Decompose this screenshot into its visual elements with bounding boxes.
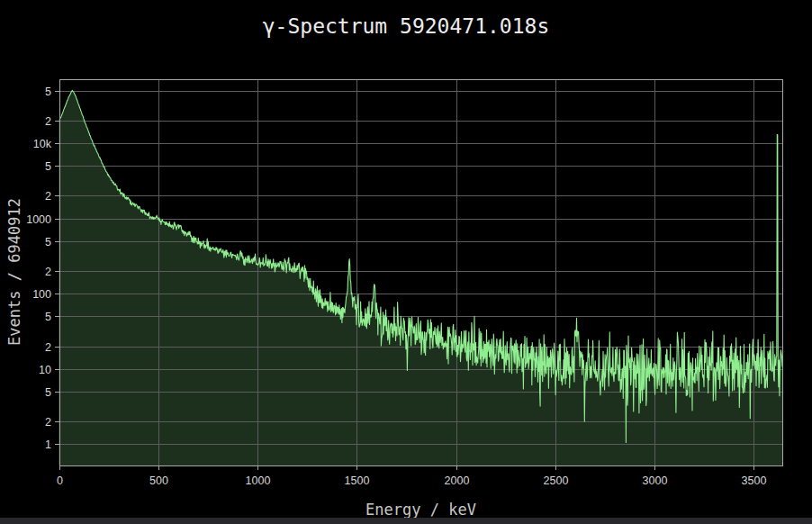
x-tick-label: 3000 bbox=[643, 474, 668, 487]
y-tick-label: 5 bbox=[45, 386, 51, 399]
y-tick-label: 5 bbox=[45, 86, 51, 98]
y-tick-label: 10k bbox=[33, 138, 52, 150]
y-axis-label: Events / 6940912 bbox=[5, 198, 23, 346]
y-tick-label: 2 bbox=[45, 190, 51, 203]
spectrum-fill bbox=[59, 90, 782, 465]
bottom-edge-bar bbox=[0, 518, 812, 524]
y-tick-label: 100 bbox=[32, 288, 51, 301]
x-tick-label: 0 bbox=[57, 474, 63, 487]
x-tick-label: 3500 bbox=[742, 474, 767, 487]
y-tick-label: 10 bbox=[39, 364, 51, 376]
spectrum-plot: 12510251002510002510k2505001000150020002… bbox=[0, 0, 812, 524]
y-tick-label: 1 bbox=[45, 438, 51, 451]
y-tick-label: 2 bbox=[45, 416, 51, 429]
x-tick-label: 2000 bbox=[445, 474, 470, 487]
y-tick-label: 2 bbox=[45, 115, 51, 128]
x-tick-label: 2500 bbox=[544, 474, 569, 487]
y-tick-label: 5 bbox=[45, 236, 51, 248]
y-tick-label: 1000 bbox=[26, 213, 51, 226]
x-axis-label: Energy / keV bbox=[59, 501, 782, 519]
x-tick-label: 500 bbox=[149, 474, 168, 487]
y-tick-label: 2 bbox=[45, 266, 51, 278]
y-tick-label: 5 bbox=[45, 160, 51, 173]
spectrum-window: γ-Spectrum 5920471.018s 1251025100251000… bbox=[0, 0, 812, 524]
x-tick-label: 1000 bbox=[246, 474, 271, 487]
x-tick-label: 1500 bbox=[345, 474, 370, 487]
y-tick-label: 2 bbox=[45, 341, 51, 354]
y-tick-label: 5 bbox=[45, 311, 51, 323]
